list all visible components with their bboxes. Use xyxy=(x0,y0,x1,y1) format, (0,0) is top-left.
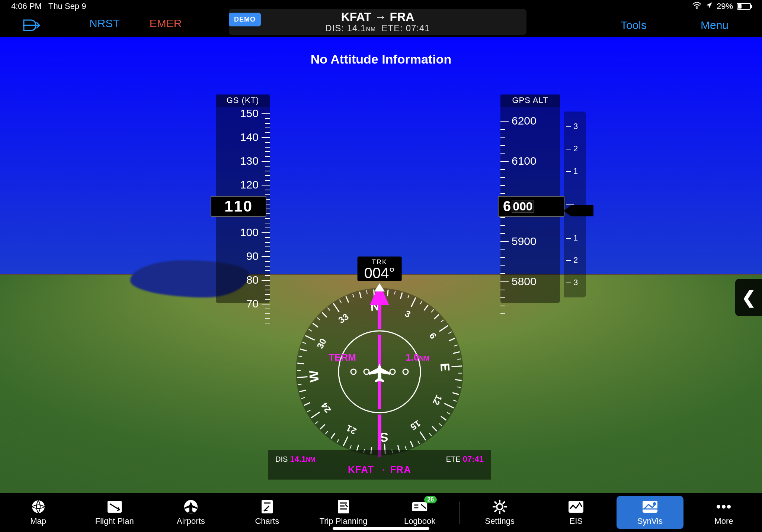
more-icon xyxy=(715,499,732,514)
tab-divider xyxy=(460,502,460,524)
home-indicator[interactable] xyxy=(333,527,429,530)
demo-badge: DEMO xyxy=(229,13,261,26)
altitude-tape-header: GPS ALT xyxy=(500,94,560,107)
tab-eis[interactable]: EIS xyxy=(538,493,614,532)
flight-plan-icon xyxy=(106,499,123,514)
menu-button[interactable]: Menu xyxy=(697,17,732,34)
hsi-route: KFAT → FRA xyxy=(348,464,411,475)
tab-flight-plan[interactable]: Flight Plan xyxy=(76,493,153,532)
no-attitude-warning: No Attitude Information xyxy=(0,52,762,67)
speed-readout: 110 xyxy=(211,196,266,217)
side-panel-toggle[interactable]: ❮ xyxy=(735,279,762,316)
hsi-compass[interactable]: TRK 004° N36E1215S2124W3033 TERM 1. xyxy=(268,257,491,480)
svg-line-20 xyxy=(452,366,462,367)
svg-text:W: W xyxy=(306,370,321,383)
svg-line-22 xyxy=(455,380,462,380)
svg-point-0 xyxy=(696,7,698,9)
svg-point-113 xyxy=(653,502,656,505)
svg-rect-99 xyxy=(262,500,273,513)
svg-text:E: E xyxy=(438,362,452,372)
svg-rect-111 xyxy=(569,501,583,513)
tools-button[interactable]: Tools xyxy=(617,17,650,34)
svg-rect-101 xyxy=(412,502,427,511)
chevron-left-icon: ❮ xyxy=(742,287,756,307)
hsi-rose: N36E1215S2124W3033 TERM 1.0NM xyxy=(290,283,469,461)
hsi-info-bar: DIS 14.1NM ETE 07:41 KFAT → FRA xyxy=(268,450,491,480)
tab-logbook[interactable]: Logbook 26 xyxy=(382,493,458,532)
svg-line-58 xyxy=(297,363,304,364)
tab-synvis[interactable]: SynVis xyxy=(617,496,683,529)
svg-point-114 xyxy=(717,505,720,509)
ios-status-bar: 4:06 PM Thu Sep 9 29% xyxy=(0,0,762,13)
svg-point-115 xyxy=(722,505,726,509)
svg-point-116 xyxy=(727,505,731,509)
svg-line-108 xyxy=(503,510,505,512)
svg-line-107 xyxy=(494,502,497,504)
svg-line-110 xyxy=(494,510,497,512)
eis-icon xyxy=(568,499,584,514)
location-icon xyxy=(705,1,713,11)
direct-to-icon[interactable] xyxy=(22,19,41,32)
tab-more[interactable]: More xyxy=(686,493,762,532)
speed-tape-header: GS (KT) xyxy=(216,94,270,107)
wifi-icon xyxy=(692,1,702,11)
emer-button[interactable]: EMER xyxy=(146,15,186,32)
svg-line-56 xyxy=(297,377,308,378)
charts-icon xyxy=(259,499,275,514)
track-readout: TRK 004° xyxy=(358,257,402,281)
trip-icon xyxy=(335,499,352,514)
svg-point-102 xyxy=(497,504,503,510)
globe-icon xyxy=(30,499,47,514)
svg-line-4 xyxy=(387,290,388,296)
route-box[interactable]: KFAT → FRA DIS: 14.1NM ETE: 07:41 xyxy=(229,9,526,35)
tab-map[interactable]: Map xyxy=(0,493,76,532)
tab-trip-planning[interactable]: Trip Planning xyxy=(305,493,381,532)
battery-percent: 29% xyxy=(717,1,733,11)
vsi-tape: 321123 xyxy=(564,112,586,297)
tab-charts[interactable]: Charts xyxy=(229,493,305,532)
logbook-badge: 26 xyxy=(424,496,437,503)
tab-airports[interactable]: Airports xyxy=(153,493,229,532)
synvis-icon xyxy=(642,499,658,514)
altitude-bug-icon xyxy=(564,205,593,216)
svg-point-96 xyxy=(32,500,45,513)
status-time: 4:06 PM xyxy=(11,1,42,11)
altitude-readout: 6000 xyxy=(498,196,565,217)
svg-line-109 xyxy=(503,502,505,504)
tab-settings[interactable]: Settings xyxy=(462,493,538,532)
status-date: Thu Sep 9 xyxy=(48,1,86,11)
gear-icon xyxy=(492,499,508,514)
svg-text:TERM: TERM xyxy=(329,352,356,363)
battery-icon xyxy=(737,3,751,10)
nrst-button[interactable]: NRST xyxy=(86,15,124,32)
bottom-tab-bar: Map Flight Plan Airports Charts Trip Pla… xyxy=(0,493,762,532)
airport-icon xyxy=(183,499,199,514)
synvis-view[interactable]: No Attitude Information GS (KT) 15014013… xyxy=(0,37,762,493)
route-sub: DIS: 14.1NM ETE: 07:41 xyxy=(325,23,430,33)
